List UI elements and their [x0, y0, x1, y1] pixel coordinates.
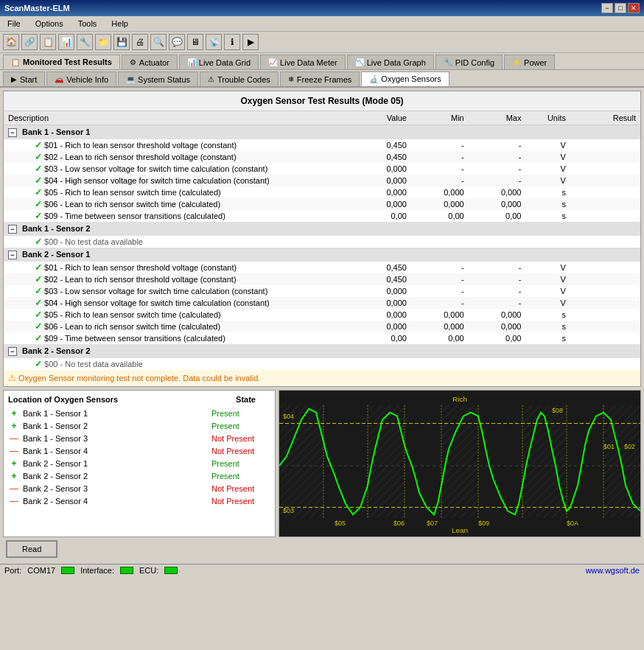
ecu-label: ECU: — [139, 566, 158, 575]
svg-text:Rich: Rich — [452, 395, 467, 403]
ok-icon: ✓ — [35, 152, 42, 162]
col-min: Min — [411, 111, 469, 125]
close-button[interactable]: ✕ — [628, 3, 640, 13]
tab-monitored[interactable]: 📋 Monitored Test Results — [3, 55, 120, 69]
actuator-icon: ⚙ — [130, 58, 136, 66]
table-row: ✓ $09 - Time between sensor transitions … — [4, 210, 640, 222]
tool-btn-13[interactable]: ℹ — [224, 34, 240, 50]
tool-btn-5[interactable]: 🔧 — [77, 34, 93, 50]
monitored-icon: 📋 — [11, 58, 20, 66]
sensor-row: — Bank 1 - Sensor 3 Not Present — [8, 433, 270, 444]
minus-icon: — — [8, 446, 20, 456]
maximize-button[interactable]: □ — [615, 3, 626, 13]
tool-btn-8[interactable]: 🖨 — [132, 34, 148, 50]
tool-btn-14[interactable]: ▶ — [242, 34, 259, 50]
col-max: Max — [469, 111, 526, 125]
svg-text:$07: $07 — [427, 520, 438, 527]
ok-icon: ✓ — [35, 199, 42, 209]
tab-start[interactable]: ▶ Start — [3, 71, 45, 86]
port-indicator — [61, 567, 74, 574]
tab-livegrid[interactable]: 📊 Live Data Grid — [179, 55, 259, 69]
main-content: Oxygen Sensor Test Results (Mode 05) Des… — [0, 88, 644, 564]
svg-text:$05: $05 — [335, 520, 346, 527]
collapse-bank1s1[interactable]: − — [8, 128, 17, 137]
read-btn-row: Read — [3, 537, 641, 561]
menu-help[interactable]: Help — [107, 18, 133, 29]
collapse-bank1s2[interactable]: − — [8, 225, 17, 234]
svg-rect-6 — [603, 405, 640, 518]
sensor-row: — Bank 2 - Sensor 4 Not Present — [8, 496, 270, 506]
tool-btn-12[interactable]: 📡 — [206, 34, 222, 50]
menu-options[interactable]: Options — [31, 18, 68, 29]
troublecodes-icon: ⚠ — [208, 75, 214, 83]
collapse-bank2s1[interactable]: − — [8, 251, 17, 259]
menu-tools[interactable]: Tools — [74, 18, 102, 29]
col-description: Description — [4, 111, 354, 125]
tab-systemstatus[interactable]: 💻 System Status — [118, 71, 198, 86]
read-button[interactable]: Read — [6, 540, 57, 558]
tabs-row2: ▶ Start 🚗 Vehicle Info 💻 System Status ⚠… — [0, 70, 644, 88]
svg-text:$02: $02 — [624, 443, 635, 450]
tool-btn-11[interactable]: 🖥 — [187, 34, 203, 50]
tab-oxygensensors[interactable]: 🔬 Oxygen Sensors — [361, 71, 449, 86]
tab-livegraph[interactable]: 📉 Live Data Graph — [347, 55, 434, 69]
ok-icon: ✓ — [35, 164, 42, 174]
tool-btn-6[interactable]: 📁 — [95, 34, 111, 50]
plus-icon: + — [8, 421, 20, 431]
minus-icon: — — [8, 496, 20, 506]
tab-power[interactable]: ⚡ Power — [504, 55, 555, 69]
menu-file[interactable]: File — [3, 18, 25, 29]
ok-icon: ✓ — [35, 321, 42, 332]
ok-icon: ✓ — [35, 310, 42, 320]
tool-btn-10[interactable]: 💬 — [169, 34, 185, 50]
svg-text:$09: $09 — [478, 520, 489, 527]
tab-pidconfig[interactable]: 🔧 PID Config — [435, 55, 503, 69]
sensor-row: + Bank 1 - Sensor 2 Present — [8, 421, 270, 431]
status-left: Port: COM17 Interface: ECU: — [4, 566, 178, 575]
tool-btn-7[interactable]: 💾 — [113, 34, 130, 50]
tool-btn-1[interactable]: 🏠 — [3, 34, 19, 50]
svg-rect-5 — [522, 405, 567, 518]
plus-icon: + — [8, 408, 20, 419]
tool-btn-9[interactable]: 🔍 — [150, 34, 167, 50]
sensor-row: + Bank 2 - Sensor 2 Present — [8, 471, 270, 481]
sensor-row: — Bank 1 - Sensor 4 Not Present — [8, 446, 270, 456]
svg-text:$01: $01 — [603, 443, 615, 450]
systemstatus-icon: 💻 — [126, 75, 135, 83]
ok-icon: ✓ — [35, 140, 42, 150]
table-row: ✓ $00 - No test data available — [4, 236, 640, 248]
tab-livemeter[interactable]: 📈 Live Data Meter — [260, 55, 346, 69]
livemeter-icon: 📈 — [268, 58, 277, 66]
pidconfig-icon: 🔧 — [444, 58, 452, 66]
ok-icon: ✓ — [35, 298, 42, 308]
results-title: Oxygen Sensor Test Results (Mode 05) — [4, 91, 640, 111]
sensor-location-panel: Location of Oxygen Sensors State + Bank … — [3, 390, 276, 537]
table-row: ✓ $03 - Low sensor voltage for switch ti… — [4, 285, 640, 297]
svg-text:$04: $04 — [283, 413, 294, 420]
tab-troublecodes[interactable]: ⚠ Trouble Codes — [200, 71, 279, 86]
tool-btn-3[interactable]: 📋 — [40, 34, 56, 50]
sensor-location-title: Location of Oxygen Sensors State — [8, 395, 270, 404]
table-row: ✓ $00 - No test data available — [4, 358, 640, 370]
bank1-sensor2-header: − Bank 1 - Sensor 2 — [4, 222, 640, 236]
tab-vehicleinfo[interactable]: 🚗 Vehicle Info — [46, 71, 116, 86]
tab-freezeframes[interactable]: ❄ Freeze Frames — [280, 71, 360, 86]
col-value: Value — [354, 111, 411, 125]
tool-btn-4[interactable]: 📊 — [58, 34, 74, 50]
port-value: COM17 — [27, 566, 55, 575]
svg-text:Lean: Lean — [452, 526, 468, 534]
collapse-bank2s2[interactable]: − — [8, 347, 17, 356]
oxygensensors-icon: 🔬 — [369, 75, 378, 83]
freezeframes-icon: ❄ — [288, 75, 294, 83]
table-row: ✓ $09 - Time between sensor transitions … — [4, 332, 640, 344]
minimize-button[interactable]: − — [601, 3, 613, 13]
results-panel: Oxygen Sensor Test Results (Mode 05) Des… — [3, 91, 641, 387]
tab-actuator[interactable]: ⚙ Actuator — [122, 55, 178, 69]
ok-icon: ✓ — [35, 286, 42, 296]
tool-btn-2[interactable]: 🔗 — [21, 34, 38, 50]
chart-panel: Rich Lean $04 $03 $05 $06 $07 $09 $08 $0… — [279, 390, 641, 537]
ecu-indicator — [164, 567, 178, 574]
minus-icon: — — [8, 433, 20, 444]
sensor-row: — Bank 2 - Sensor 3 Not Present — [8, 483, 270, 494]
warning-icon: ⚠ — [8, 373, 16, 383]
